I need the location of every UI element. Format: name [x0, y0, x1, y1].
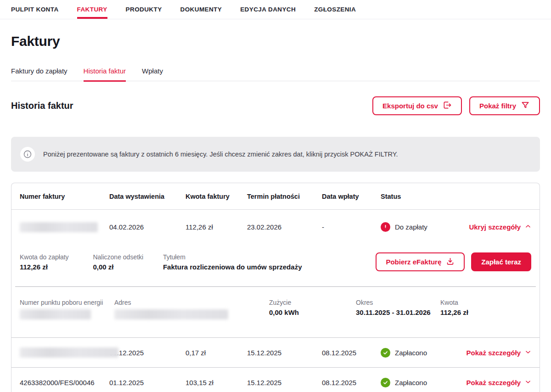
invoice-number-redacted [20, 222, 98, 232]
tab-faktury-do-zaplaty[interactable]: Faktury do zapłaty [11, 67, 67, 81]
export-csv-button[interactable]: Eksportuj do csv [372, 96, 462, 115]
nav-item-produkty[interactable]: Produkty [126, 0, 162, 19]
interest-label: Naliczone odsetki [93, 253, 161, 261]
nav-item-faktury[interactable]: Faktury [77, 0, 107, 19]
amount-label: Kwota [440, 299, 468, 306]
amount-due-label: Kwota do zapłaty [20, 253, 91, 261]
show-details-link[interactable]: Pokaż szczegóły [467, 379, 531, 386]
issue-date-value: 04.02.2026 [109, 223, 186, 231]
paid-check-icon [381, 348, 390, 358]
chevron-up-icon [525, 223, 531, 231]
show-details-label: Pokaż szczegóły [467, 349, 521, 357]
due-date-value: 15.12.2025 [247, 379, 322, 386]
info-banner: Poniżej prezentowane są faktury z ostatn… [11, 137, 540, 172]
download-einvoice-label: Pobierz eFakturę [386, 258, 441, 266]
payment-date-value: 08.12.2025 [322, 379, 381, 386]
status-label: Zapłacono [395, 349, 427, 357]
ppe-label: Numer punktu poboru energii [20, 299, 114, 306]
nav-item-edycja-danych[interactable]: Edycja danych [240, 0, 296, 19]
chevron-down-icon [525, 379, 531, 386]
unpaid-exclamation-icon [381, 222, 390, 232]
amount-detail-value: 112,26 zł [440, 308, 468, 316]
expanded-details-ppe: Numer punktu poboru energii Adres Zużyci… [11, 287, 540, 337]
hide-details-label: Ukryj szczegóły [469, 223, 521, 231]
column-header-status: Status [381, 193, 531, 200]
address-label: Adres [114, 299, 269, 306]
info-banner-text: Poniżej prezentowane są faktury z ostatn… [43, 150, 398, 159]
export-icon [443, 101, 452, 111]
show-filters-button-label: Pokaż filtry [479, 102, 516, 110]
period-value: 30.11.2025 - 31.01.2026 [356, 308, 440, 316]
nav-item-dokumenty[interactable]: Dokumenty [180, 0, 222, 19]
table-header-row: Numer faktury Data wystawienia Kwota fak… [11, 183, 540, 210]
info-icon [20, 147, 35, 162]
invoice-number-value: 4263382000/FES/00046 [20, 379, 109, 386]
table-row: 04.02.2026 112,26 zł 23.02.2026 - Do zap… [11, 210, 540, 244]
issue-date-value: 01.12.2025 [109, 379, 186, 386]
due-date-value: 15.12.2025 [247, 349, 322, 357]
column-header-issue-date: Data wystawienia [109, 193, 186, 200]
filter-icon [521, 101, 530, 111]
invoice-tabs: Faktury do zapłaty Historia faktur Wpłat… [11, 67, 540, 81]
status-label: Do zapłaty [395, 223, 427, 231]
amount-value: 112,26 zł [186, 223, 247, 231]
usage-value: 0,00 kWh [269, 308, 356, 316]
invoice-title-value: Faktura rozliczeniowa do umów sprzedaży [163, 263, 302, 271]
section-head: Historia faktur Eksportuj do csv Pokaż f… [11, 96, 540, 115]
expanded-details-payment: Kwota do zapłaty 112,26 zł Naliczone ods… [11, 244, 540, 286]
download-icon [446, 257, 455, 267]
status-label: Zapłacono [395, 379, 427, 386]
column-header-payment-date: Data wpłaty [322, 193, 381, 200]
amount-value: 103,15 zł [186, 379, 247, 386]
top-navigation: Pulpit konta Faktury Produkty Dokumenty … [0, 0, 551, 19]
usage-label: Zużycie [269, 299, 356, 306]
pay-now-button[interactable]: Zapłać teraz [471, 252, 531, 271]
download-einvoice-button[interactable]: Pobierz eFakturę [376, 252, 465, 271]
amount-due-value: 112,26 zł [20, 263, 91, 271]
section-title: Historia faktur [11, 101, 73, 111]
show-details-label: Pokaż szczegóły [467, 379, 521, 386]
page-title: Faktury [11, 34, 540, 49]
tab-historia-faktur[interactable]: Historia faktur [84, 67, 126, 81]
hide-details-link[interactable]: Ukryj szczegóły [469, 223, 531, 231]
payment-date-value: 08.12.2025 [322, 349, 381, 357]
show-details-link[interactable]: Pokaż szczegóły [467, 349, 531, 357]
invoice-number-redacted [20, 347, 118, 358]
due-date-value: 23.02.2026 [247, 223, 322, 231]
issue-date-value: 01.12.2025 [109, 349, 186, 357]
tab-wplaty[interactable]: Wpłaty [142, 67, 163, 81]
title-label: Tytułem [163, 253, 302, 261]
address-value-redacted [114, 309, 228, 319]
payment-date-value: - [322, 223, 381, 231]
column-header-due-date: Termin płatności [247, 193, 322, 200]
export-csv-button-label: Eksportuj do csv [382, 102, 438, 110]
invoice-history-table: Numer faktury Data wystawienia Kwota fak… [11, 183, 540, 392]
column-header-amount: Kwota faktury [186, 193, 247, 200]
pay-now-label: Zapłać teraz [481, 258, 521, 266]
table-row: 01.12.2025 0,17 zł 15.12.2025 08.12.2025… [11, 337, 540, 367]
ppe-value-redacted [20, 309, 91, 319]
table-row: 4263382000/FES/00046 01.12.2025 103,15 z… [11, 367, 540, 392]
period-label: Okres [356, 299, 440, 306]
interest-value: 0,00 zł [93, 263, 161, 271]
nav-item-zgloszenia[interactable]: Zgłoszenia [314, 0, 356, 19]
amount-value: 0,17 zł [186, 349, 247, 357]
paid-check-icon [381, 378, 390, 387]
chevron-down-icon [525, 349, 531, 357]
column-header-number: Numer faktury [20, 193, 109, 200]
nav-item-pulpit-konta[interactable]: Pulpit konta [11, 0, 59, 19]
show-filters-button[interactable]: Pokaż filtry [469, 96, 540, 115]
